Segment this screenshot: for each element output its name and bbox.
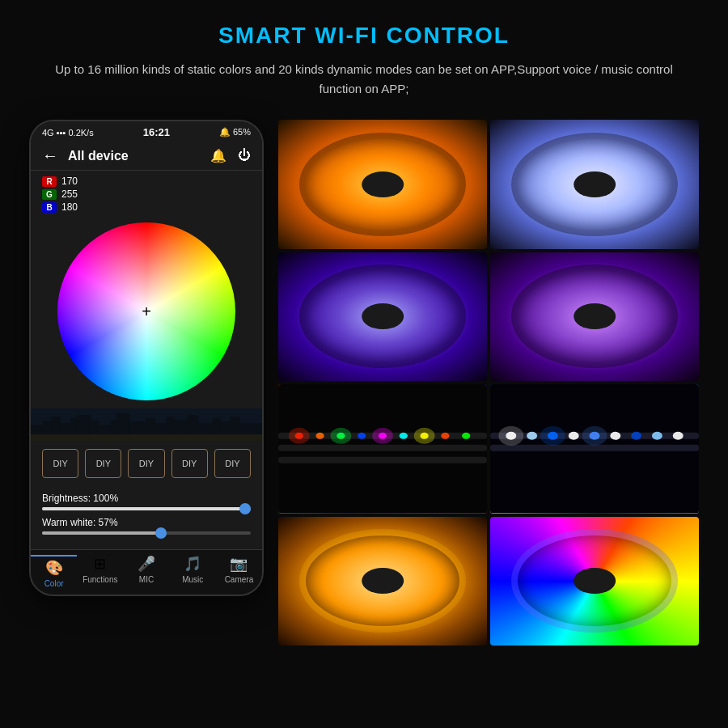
brightness-track[interactable] [42,507,251,510]
red-label: R [42,176,57,187]
diy-buttons-row: DIY DIY DIY DIY DIY [31,441,262,486]
coil-inner-1 [362,171,404,197]
page-title: SMART WI-FI CONTROL [49,23,679,49]
brightness-label: Brightness: 100% [42,493,251,504]
status-battery: 🔔 65% [219,127,251,138]
back-button[interactable]: ← [42,146,58,165]
photo-cool-white [490,120,699,249]
warm-white-fill [42,531,161,535]
svg-point-32 [400,433,408,439]
svg-point-53 [540,426,565,446]
coil-inner-6 [574,568,616,594]
nav-icons: 🔔 ⏻ [210,148,251,163]
color-tab-label: Color [44,579,64,588]
coil-inner-5 [362,568,404,594]
brightness-thumb[interactable] [239,503,251,514]
svg-point-28 [315,433,324,439]
svg-rect-22 [31,434,262,441]
green-value: 255 [61,188,78,200]
color-wheel-area[interactable]: + [31,214,262,408]
diy-button-1[interactable]: DIY [42,449,78,478]
mic-tab-label: MIC [139,575,154,584]
mic-tab-icon: 🎤 [138,555,155,573]
svg-point-37 [331,428,352,444]
photo-warm-coil-large [278,517,487,646]
photo-rgb-strip [278,384,487,514]
warm-white-label: Warm white: 57% [42,517,251,528]
nav-title: All device [68,149,210,163]
blue-label: B [42,202,57,213]
brightness-fill [42,507,251,510]
diy-button-2[interactable]: DIY [85,449,121,478]
sliders-area: Brightness: 100% Warm white: 57% [31,486,262,549]
tab-mic[interactable]: 🎤 MIC [123,555,169,588]
color-tab-icon: 🎨 [45,559,63,577]
red-value: 170 [61,176,78,187]
svg-rect-26 [278,457,487,463]
tab-camera[interactable]: 📷 Camera [216,555,262,588]
svg-point-39 [414,428,435,444]
main-content: 4G ▪▪▪ 0.2K/s 16:21 🔔 65% ← All device 🔔… [0,112,728,654]
status-network: 4G ▪▪▪ 0.2K/s [42,128,94,138]
brightness-slider-row: Brightness: 100% [42,493,251,510]
page-subtitle: Up to 16 million kinds of static colors … [49,60,679,99]
color-values-panel: R 170 G 255 B 180 [31,171,262,214]
svg-point-49 [631,432,641,440]
svg-point-48 [610,432,620,440]
color-wheel[interactable]: + [57,222,235,400]
music-tab-label: Music [182,575,203,584]
red-value-row: R 170 [42,176,251,187]
status-bar: 4G ▪▪▪ 0.2K/s 16:21 🔔 65% [31,121,262,142]
header-section: SMART WI-FI CONTROL Up to 16 million kin… [0,0,728,112]
tab-color[interactable]: 🎨 Color [31,555,77,588]
photo-warm-yellow [278,120,487,249]
power-icon[interactable]: ⏻ [238,148,251,163]
bottom-tabs: 🎨 Color ⊞ Functions 🎤 MIC 🎵 Music 📷 Came… [31,549,262,595]
photo-purple-coil [490,252,699,382]
functions-tab-icon: ⊞ [94,555,106,573]
svg-point-30 [358,433,366,439]
svg-point-50 [652,432,662,440]
photo-blue-purple [278,252,487,382]
nav-bar: ← All device 🔔 ⏻ [31,142,262,171]
tab-color-underline [31,555,77,557]
diy-button-3[interactable]: DIY [128,449,164,478]
svg-rect-25 [278,445,487,451]
coil-inner-4 [574,303,616,329]
blue-value-row: B 180 [42,201,251,213]
svg-point-54 [582,426,607,446]
svg-point-36 [289,428,310,444]
warm-white-track[interactable] [42,531,251,535]
svg-point-34 [441,433,449,439]
photo-rgb-coil-large [490,517,699,646]
warm-white-slider-row: Warm white: 57% [42,517,251,535]
svg-point-46 [569,432,579,440]
tab-functions[interactable]: ⊞ Functions [77,555,123,588]
blue-value: 180 [61,201,78,213]
svg-point-51 [673,432,684,440]
photo-blue-white-strip [490,384,699,514]
svg-rect-42 [490,445,699,451]
alarm-icon[interactable]: 🔔 [210,148,226,163]
coil-inner-3 [362,303,404,329]
photos-grid [278,120,699,645]
green-label: G [42,189,57,200]
svg-point-44 [527,432,537,440]
camera-tab-label: Camera [225,575,254,584]
green-value-row: G 255 [42,188,251,200]
camera-tab-icon: 📷 [230,555,248,573]
warm-white-thumb[interactable] [155,527,167,539]
functions-tab-label: Functions [83,575,117,584]
music-tab-icon: 🎵 [184,555,201,573]
phone-mockup: 4G ▪▪▪ 0.2K/s 16:21 🔔 65% ← All device 🔔… [29,120,264,596]
crosshair-icon: + [142,303,151,321]
svg-point-38 [372,428,393,444]
coil-inner-2 [574,171,616,197]
diy-button-4[interactable]: DIY [171,449,208,478]
tab-music[interactable]: 🎵 Music [170,555,216,588]
status-time: 16:21 [143,126,170,138]
svg-point-35 [462,433,470,439]
svg-point-52 [498,426,523,446]
diy-button-5[interactable]: DIY [214,449,251,478]
city-background [31,408,262,441]
